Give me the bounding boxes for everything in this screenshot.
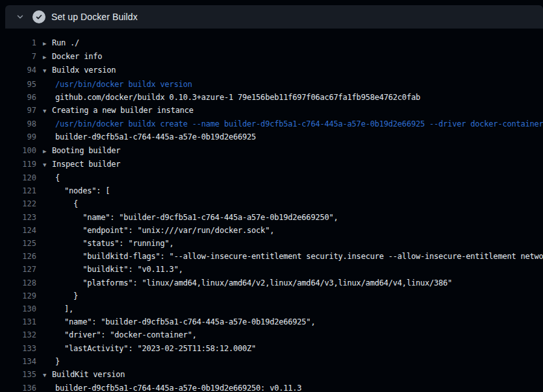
log-line-126: 126 "buildkitd-flags": "--allow-insecure… — [0, 250, 543, 263]
log-line-97[interactable]: 97▼Creating a new builder instance — [0, 104, 543, 117]
line-number[interactable]: 1 — [0, 36, 36, 50]
command-text: /usr/bin/docker buildx create --name bui… — [43, 117, 543, 130]
line-number[interactable]: 133 — [0, 342, 36, 355]
line-number[interactable]: 132 — [0, 328, 36, 341]
group-title: BuildKit version — [52, 370, 125, 379]
log-line-121: 121 "nodes": [ — [0, 184, 543, 197]
log-line-132: 132 "driver": "docker-container", — [0, 328, 543, 341]
output-text: "name": "builder-d9cfb5a1-c764-445a-a57e… — [43, 315, 315, 328]
group-collapsed-icon[interactable]: ▶ — [43, 51, 52, 64]
line-number[interactable]: 131 — [0, 315, 36, 328]
output-text: "buildkitd-flags": "--allow-insecure-ent… — [43, 250, 543, 263]
line-number[interactable]: 97 — [0, 104, 36, 117]
log-line-99: 99builder-d9cfb5a1-c764-445a-a57e-0b19d2… — [0, 130, 543, 143]
log-line-128: 128 "platforms": "linux/amd64,linux/amd6… — [0, 276, 543, 289]
log-line-100[interactable]: 100▶Booting builder — [0, 144, 543, 158]
line-number[interactable]: 100 — [0, 144, 36, 158]
log-line-1[interactable]: 1▶Run ./ — [0, 36, 543, 50]
output-text: "lastActivity": "2023-02-25T11:58:12.000… — [43, 342, 256, 355]
line-number[interactable]: 126 — [0, 250, 36, 263]
line-number[interactable]: 134 — [0, 355, 36, 368]
line-number[interactable]: 119 — [0, 158, 36, 171]
line-number[interactable]: 120 — [0, 171, 36, 184]
group-title: Creating a new builder instance — [52, 106, 194, 115]
log-line-129: 129 } — [0, 289, 543, 302]
log-line-133: 133 "lastActivity": "2023-02-25T11:58:12… — [0, 342, 543, 355]
log-line-134: 134} — [0, 355, 543, 368]
log-line-130: 130 ], — [0, 302, 543, 315]
line-number[interactable]: 129 — [0, 289, 36, 302]
group-collapsed-icon[interactable]: ▶ — [43, 145, 52, 158]
line-number[interactable]: 124 — [0, 224, 36, 237]
log-line-136: 136builder-d9cfb5a1-c764-445a-a57e-0b19d… — [0, 382, 543, 392]
group-title: Buildx version — [52, 66, 116, 75]
log-line-120: 120{ — [0, 171, 543, 184]
log-line-122: 122 { — [0, 197, 543, 210]
log-line-131: 131 "name": "builder-d9cfb5a1-c764-445a-… — [0, 315, 543, 328]
output-text: } — [43, 289, 78, 302]
line-number[interactable]: 7 — [0, 50, 36, 64]
group-title: Run ./ — [52, 38, 79, 47]
chevron-down-icon[interactable] — [14, 11, 26, 23]
output-text: } — [43, 355, 60, 368]
line-number[interactable]: 94 — [0, 64, 36, 77]
output-text: github.com/docker/buildx 0.10.3+azure-1 … — [43, 91, 420, 104]
group-title: Booting builder — [52, 146, 120, 155]
command-text: /usr/bin/docker buildx version — [43, 78, 192, 91]
output-text: "driver": "docker-container", — [43, 328, 197, 341]
output-text: "platforms": "linux/amd64,linux/amd64/v2… — [43, 276, 452, 289]
log-line-125: 125 "status": "running", — [0, 237, 543, 250]
line-number[interactable]: 96 — [0, 91, 36, 104]
line-number[interactable]: 98 — [0, 117, 36, 130]
output-text: builder-d9cfb5a1-c764-445a-a57e-0b19d2e6… — [43, 130, 256, 143]
log-line-98: 98/usr/bin/docker buildx create --name b… — [0, 117, 543, 130]
output-text: ], — [43, 302, 73, 315]
log-line-124: 124 "endpoint": "unix:///var/run/docker.… — [0, 224, 543, 237]
log-line-119[interactable]: 119▼Inspect builder — [0, 158, 543, 171]
output-text: { — [43, 171, 60, 184]
line-number[interactable]: 128 — [0, 276, 36, 289]
output-text: "status": "running", — [43, 237, 174, 250]
line-number[interactable]: 127 — [0, 263, 36, 276]
group-collapsed-icon[interactable]: ▶ — [43, 37, 52, 50]
log-line-96: 96github.com/docker/buildx 0.10.3+azure-… — [0, 91, 543, 104]
step-log: 1▶Run ./7▶Docker info94▼Buildx version95… — [0, 29, 543, 392]
line-number[interactable]: 95 — [0, 78, 36, 91]
log-line-123: 123 "name": "builder-d9cfb5a1-c764-445a-… — [0, 211, 543, 224]
line-number[interactable]: 99 — [0, 130, 36, 143]
log-line-127: 127 "buildkit": "v0.11.3", — [0, 263, 543, 276]
group-title: Docker info — [52, 52, 102, 61]
line-number[interactable]: 135 — [0, 368, 36, 382]
line-number[interactable]: 123 — [0, 211, 36, 224]
log-line-95: 95/usr/bin/docker buildx version — [0, 78, 543, 91]
line-number[interactable]: 136 — [0, 382, 36, 392]
output-text: "buildkit": "v0.11.3", — [43, 263, 183, 276]
log-line-94[interactable]: 94▼Buildx version — [0, 64, 543, 77]
line-number[interactable]: 125 — [0, 237, 36, 250]
output-text: "endpoint": "unix:///var/run/docker.sock… — [43, 224, 274, 237]
step-title: Set up Docker Buildx — [51, 12, 138, 22]
output-text: { — [43, 197, 78, 210]
group-expanded-icon[interactable]: ▼ — [43, 369, 52, 382]
line-number[interactable]: 122 — [0, 197, 36, 210]
line-number[interactable]: 130 — [0, 302, 36, 315]
output-text: "nodes": [ — [43, 184, 110, 197]
log-line-7[interactable]: 7▶Docker info — [0, 50, 543, 64]
group-expanded-icon[interactable]: ▼ — [43, 158, 52, 171]
check-circle-icon — [32, 10, 45, 23]
group-title: Inspect builder — [52, 160, 120, 169]
line-number[interactable]: 121 — [0, 184, 36, 197]
output-text: builder-d9cfb5a1-c764-445a-a57e-0b19d2e6… — [43, 382, 301, 392]
step-header[interactable]: Set up Docker Buildx — [5, 5, 543, 29]
output-text: "name": "builder-d9cfb5a1-c764-445a-a57e… — [43, 211, 338, 224]
log-line-135[interactable]: 135▼BuildKit version — [0, 368, 543, 382]
group-expanded-icon[interactable]: ▼ — [43, 104, 52, 117]
group-expanded-icon[interactable]: ▼ — [43, 64, 52, 77]
